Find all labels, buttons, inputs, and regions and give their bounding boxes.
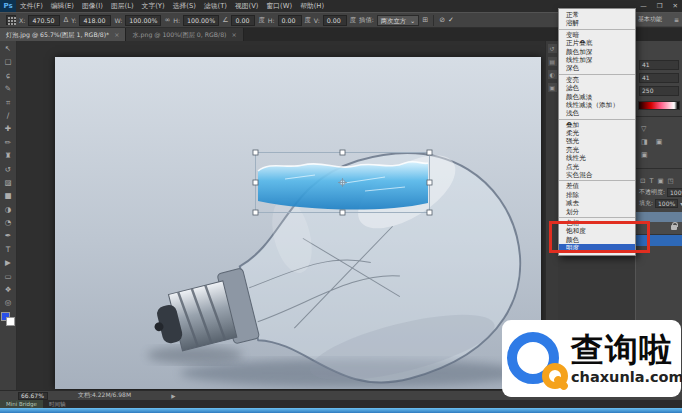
opacity-field[interactable]: 100% xyxy=(667,188,682,197)
lock-icon[interactable] xyxy=(671,225,677,230)
close-tab-icon[interactable]: × xyxy=(232,28,237,41)
layer-filter-icon[interactable]: ▣ xyxy=(657,177,663,185)
v-skew-field[interactable]: 0.00 xyxy=(323,15,347,26)
menu-item[interactable]: 图像(I) xyxy=(78,0,107,12)
blend-mode-item[interactable]: 浅色 xyxy=(559,109,635,117)
blend-mode-item[interactable]: 滤色 xyxy=(559,84,635,92)
hand-tool[interactable]: ❖ xyxy=(1,283,16,296)
menu-item[interactable]: 帮助(H) xyxy=(296,0,328,12)
adjustment-icon[interactable]: ◨ ▣ xyxy=(636,136,682,149)
reference-point-locator[interactable] xyxy=(6,15,16,25)
brush-tool[interactable]: ✏ xyxy=(1,136,16,149)
blend-mode-item[interactable]: 点光 xyxy=(559,163,635,171)
layer-filter-icon[interactable]: T xyxy=(649,177,653,185)
layer-filter-icon[interactable]: ⊡ xyxy=(640,177,645,185)
blend-mode-item[interactable]: 溶解 xyxy=(559,19,635,27)
blend-mode-item[interactable]: 变暗 xyxy=(559,31,635,39)
blend-mode-item[interactable]: 正片叠底 xyxy=(559,39,635,47)
tab-timeline[interactable]: 时间轴 xyxy=(43,400,72,408)
history-brush-tool[interactable]: ↺ xyxy=(1,163,16,176)
blend-mode-item[interactable]: 深色 xyxy=(559,64,635,72)
color-ramp[interactable] xyxy=(638,101,680,110)
quick-selection-tool[interactable]: ✎ xyxy=(1,82,16,95)
h-skew-field[interactable]: 0.00 xyxy=(278,15,302,26)
cancel-transform-button[interactable]: ⊘ xyxy=(439,16,445,24)
close-tab-icon[interactable]: × xyxy=(114,28,119,41)
pen-tool[interactable]: ✒ xyxy=(1,229,16,242)
menu-item[interactable]: 编辑(E) xyxy=(47,0,78,12)
blend-mode-item[interactable]: 变亮 xyxy=(559,76,635,84)
water-layer[interactable] xyxy=(258,162,428,210)
fill-field[interactable]: 100% xyxy=(655,199,678,208)
blend-mode-item[interactable]: 颜色减淡 xyxy=(559,93,635,101)
status-menu-arrow[interactable]: ▶ xyxy=(171,393,175,399)
move-tool[interactable]: ↖ xyxy=(1,42,16,55)
blend-mode-item[interactable]: 划分 xyxy=(559,208,635,216)
clone-stamp-tool[interactable]: ♜ xyxy=(1,149,16,162)
layer-filter-icon[interactable]: ◳ xyxy=(668,177,674,185)
menu-item[interactable]: 文件(F) xyxy=(16,0,47,12)
blend-mode-item[interactable]: 排除 xyxy=(559,191,635,199)
background-color-swatch[interactable] xyxy=(6,317,15,326)
tab-mini-bridge[interactable]: Mini Bridge xyxy=(0,400,43,408)
history-panel-icon[interactable]: ↺ xyxy=(548,44,557,53)
blend-mode-item[interactable]: 叠加 xyxy=(559,121,635,129)
blend-mode-item[interactable]: 实色混合 xyxy=(559,171,635,179)
zoom-tool[interactable]: ◎ xyxy=(1,296,16,309)
commit-transform-button[interactable]: ✓ xyxy=(448,16,454,24)
restore-button[interactable]: ❐ xyxy=(657,2,663,10)
zoom-level-field[interactable]: 66.67% xyxy=(18,392,48,400)
y-position-field[interactable]: 418.00 xyxy=(79,15,111,26)
color-value-field[interactable]: 250 xyxy=(639,86,679,96)
menu-item[interactable]: 滤镜(T) xyxy=(200,0,231,12)
type-tool[interactable]: T xyxy=(1,243,16,256)
blend-mode-item[interactable]: 亮光 xyxy=(559,146,635,154)
x-position-field[interactable]: 470.50 xyxy=(28,15,60,26)
adjustment-icon[interactable]: ▣ xyxy=(636,149,682,162)
shape-tool[interactable]: ▭ xyxy=(1,270,16,283)
blend-mode-item[interactable]: 颜色加深 xyxy=(559,48,635,56)
gradient-tool[interactable]: ■ xyxy=(1,189,16,202)
relative-position-toggle[interactable]: Δ xyxy=(63,16,68,24)
menu-item[interactable]: 文字(Y) xyxy=(138,0,169,12)
link-dimensions-icon[interactable]: ∞ xyxy=(164,16,170,24)
blur-tool[interactable]: ◑ xyxy=(1,203,16,216)
path-selection-tool[interactable]: ▶ xyxy=(1,256,16,269)
blend-mode-item[interactable]: 线性光 xyxy=(559,154,635,162)
blend-mode-item[interactable]: 线性加深 xyxy=(559,56,635,64)
eyedropper-tool[interactable]: ∕ xyxy=(1,109,16,122)
crop-tool[interactable]: ⌗ xyxy=(1,96,16,109)
warp-mode-button[interactable]: ⊞ xyxy=(422,16,428,24)
marquee-tool[interactable]: ▢ xyxy=(1,55,16,68)
menu-item[interactable]: 图层(L) xyxy=(107,0,138,12)
blend-mode-item[interactable]: 减去 xyxy=(559,199,635,207)
photoshop-window: Ps 文件(F)编辑(E)图像(I)图层(L)文字(Y)选择(S)滤镜(T)视图… xyxy=(0,0,682,413)
menu-item[interactable]: 选择(S) xyxy=(169,0,200,12)
color-value-field[interactable]: 41 xyxy=(639,60,679,70)
dodge-tool[interactable]: ◔ xyxy=(1,216,16,229)
adjustment-icon[interactable]: ▽ xyxy=(636,123,682,136)
blend-mode-item[interactable]: 正常 xyxy=(559,11,635,19)
lasso-tool[interactable]: ɕ xyxy=(1,69,16,82)
minimize-button[interactable]: — xyxy=(640,2,647,10)
rotate-angle-field[interactable]: 0.00 xyxy=(231,15,255,26)
interpolation-dropdown[interactable]: 两次立方 ⌄ xyxy=(377,15,419,26)
document-tab[interactable]: 灯泡.jpg @ 65.7%(图层 1, RGB/8)*× xyxy=(0,28,126,41)
blend-mode-item[interactable]: 柔光 xyxy=(559,129,635,137)
eraser-tool[interactable]: ▨ xyxy=(1,176,16,189)
properties-panel-icon[interactable]: ▤ xyxy=(548,57,557,66)
close-button[interactable]: ✕ xyxy=(673,2,678,10)
blend-mode-item[interactable]: 线性减淡（添加） xyxy=(559,101,635,109)
document-tab[interactable]: 水.png @ 100%(图层 0, RGB/8)× xyxy=(126,28,243,41)
height-scale-field[interactable]: 100.00% xyxy=(183,15,219,26)
styles-panel-icon[interactable]: ▣ xyxy=(548,83,557,92)
blend-mode-item[interactable]: 差值 xyxy=(559,182,635,190)
menu-item[interactable]: 视图(V) xyxy=(231,0,263,12)
workspace-switcher[interactable]: 基本功能 ≡ xyxy=(635,13,682,26)
healing-brush-tool[interactable]: ✚ xyxy=(1,122,16,135)
color-value-field[interactable]: 41 xyxy=(639,73,679,83)
blend-mode-item[interactable]: 强光 xyxy=(559,137,635,145)
width-scale-field[interactable]: 100.00% xyxy=(125,15,161,26)
adjustments-panel-icon[interactable]: ◐ xyxy=(548,70,557,79)
menu-item[interactable]: 窗口(W) xyxy=(263,0,297,12)
